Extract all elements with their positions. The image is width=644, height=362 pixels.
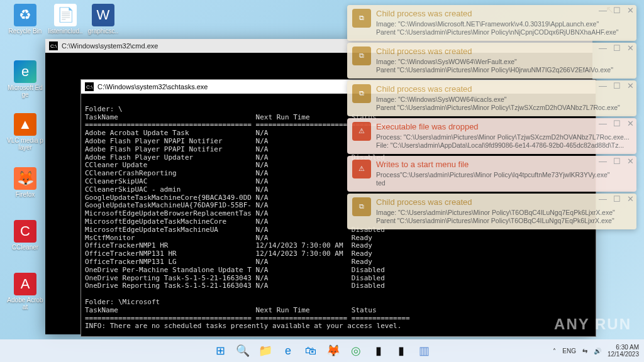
minimize-icon[interactable]: — (599, 119, 607, 129)
toast-window-controls[interactable]: —☐✕ (599, 81, 634, 91)
icon-label: listeninclud.. (48, 28, 82, 35)
recycle-bin-icon: ♻ (14, 4, 36, 26)
toast-text: Child process was created Image: "C:\Win… (376, 84, 631, 112)
file-graphicsc-icon: W (92, 4, 114, 26)
toast-text: Child process was created Image: "C:\Win… (376, 9, 631, 37)
toast-title: Child process was created (376, 84, 631, 94)
taskbar-chrome[interactable]: ◎ (347, 341, 365, 360)
toast-window-controls[interactable]: —☐✕ (599, 6, 634, 16)
cmd-title: C:\Windows\system32\cmd.exe (62, 42, 158, 50)
maximize-icon[interactable]: ☐ (613, 194, 621, 204)
terminal-icon: C:\ (85, 82, 94, 91)
acrobat-shortcut-icon: A (14, 273, 36, 295)
close-icon[interactable]: ✕ (627, 43, 634, 53)
tray-chevron-icon[interactable]: ˄ (553, 348, 556, 354)
firefox-shortcut[interactable]: 🦊 Firefox (6, 167, 44, 198)
taskbar-firefox[interactable]: 🦊 (324, 341, 343, 360)
toast-text: Writes to a start menu file Process"C:\U… (376, 160, 631, 188)
acrobat-shortcut[interactable]: A Adobe Acrobat (6, 273, 44, 310)
toast-4[interactable]: —☐✕ ⚠ Writes to a start menu file Proces… (347, 156, 636, 192)
icon-label: VLC media player (6, 137, 44, 151)
taskbar-store[interactable]: 🛍 (301, 341, 320, 360)
icon-label: Recycle Bin (9, 28, 42, 35)
toast-title: Child process was created (376, 197, 631, 207)
minimize-icon[interactable]: — (599, 6, 607, 16)
icon-label: Microsoft Edge (6, 84, 44, 98)
icon-label: Adobe Acrobat (6, 297, 44, 310)
close-icon[interactable]: ✕ (627, 81, 634, 91)
watermark-text: ANY RUN (554, 315, 631, 333)
close-icon[interactable]: ✕ (627, 156, 634, 167)
minimize-icon[interactable]: — (599, 81, 607, 91)
vlc-shortcut[interactable]: ▲ VLC media player (6, 113, 44, 151)
toast-type-icon: ⧉ (352, 9, 371, 28)
taskbar-cmd[interactable]: ▮ (369, 341, 388, 360)
minimize-icon[interactable]: — (599, 43, 607, 53)
system-tray[interactable]: ˄ ENG ⇆ 🔊 6:30 AM 12/14/2023 (553, 344, 639, 358)
toast-text: Child process was created Image: "C:\Win… (376, 47, 631, 75)
tray-volume-icon[interactable]: 🔊 (594, 348, 601, 354)
toast-line2: Parent "C:\Users\admin\Pictures\Minor Po… (376, 66, 631, 74)
recycle-bin[interactable]: ♻ Recycle Bin (6, 4, 44, 35)
minimize-icon[interactable]: — (599, 194, 607, 204)
taskbar-file-explorer[interactable]: 📁 (256, 341, 275, 360)
tray-clock[interactable]: 6:30 AM 12/14/2023 (608, 344, 639, 358)
firefox-shortcut-icon: 🦊 (14, 167, 36, 190)
toast-text: Executable file was dropped Process: "C:… (376, 122, 631, 150)
maximize-icon[interactable]: ☐ (613, 156, 621, 167)
maximize-icon[interactable]: ☐ (613, 6, 621, 16)
toast-line1: Image: "C:\Windows\Microsoft.NET\Framewo… (376, 20, 631, 28)
maximize-icon[interactable]: ☐ (613, 81, 621, 91)
toast-line1: Process"C:\Users\admin\Pictures\Minor Po… (376, 171, 631, 179)
edge-shortcut[interactable]: e Microsoft Edge (6, 60, 44, 98)
taskbar-search[interactable]: 🔍 (233, 341, 252, 360)
toast-line1: Image: "C:\Windows\SysWOW64\WerFault.exe… (376, 58, 631, 66)
taskbar-start[interactable]: ⊞ (211, 341, 230, 360)
toast-line2: Parent "C:\Users\admin\Pictures\Minor Po… (376, 217, 631, 225)
toast-line1: Image: "C:\Windows\SysWOW64\icacls.exe" (376, 96, 631, 104)
toast-5[interactable]: —☐✕ ⧉ Child process was created Image: "… (347, 194, 636, 229)
toast-0[interactable]: —☐✕ ⧉ Child process was created Image: "… (347, 5, 636, 41)
toast-type-icon: ⧉ (352, 47, 371, 65)
toast-type-icon: ⧉ (352, 84, 371, 103)
taskbar-procmon[interactable]: ▥ (414, 341, 433, 360)
ccleaner-shortcut-icon: C (14, 220, 36, 243)
tray-wifi-icon[interactable]: ⇆ (582, 348, 587, 354)
schtasks-title: C:\Windows\system32\schtasks.exe (97, 83, 208, 90)
tray-lang[interactable]: ENG (562, 348, 576, 354)
toast-line2: File: "C:\Users\admin\AppData\Local\9fd9… (376, 141, 631, 150)
maximize-icon[interactable]: ☐ (613, 119, 621, 129)
icon-label: CCleaner (12, 244, 38, 251)
toast-1[interactable]: —☐✕ ⧉ Child process was created Image: "… (347, 43, 636, 79)
close-icon[interactable]: ✕ (627, 6, 634, 16)
maximize-icon[interactable]: ☐ (613, 43, 621, 53)
toast-window-controls[interactable]: —☐✕ (599, 156, 634, 167)
taskbar-center: ⊞🔍📁e🛍🦊◎▮▮▥ (211, 341, 433, 360)
toast-title: Executable file was dropped (376, 122, 631, 132)
taskbar[interactable]: ⊞🔍📁e🛍🦊◎▮▮▥ ˄ ENG ⇆ 🔊 6:30 AM 12/14/2023 (0, 339, 644, 362)
tray-date: 12/14/2023 (608, 351, 639, 358)
taskbar-edge[interactable]: e (279, 341, 297, 360)
toast-text: Child process was created Image: "C:\Use… (376, 197, 631, 226)
file-listeninclud[interactable]: 📄 listeninclud.. (47, 4, 84, 35)
file-graphicsc[interactable]: W graphicsc.. (84, 4, 122, 35)
edge-shortcut-icon: e (14, 60, 36, 83)
close-icon[interactable]: ✕ (627, 194, 634, 204)
toast-type-icon: ⚠ (352, 160, 371, 178)
cmd-icon: C:\ (49, 41, 58, 50)
toast-line2: ted (376, 179, 631, 187)
file-listeninclud-icon: 📄 (54, 4, 77, 26)
toast-type-icon: ⧉ (352, 197, 371, 216)
minimize-icon[interactable]: — (599, 156, 607, 167)
toast-line2: Parent "C:\Users\admin\Pictures\Minor Po… (376, 28, 631, 36)
watermark: ANY RUN (554, 315, 631, 333)
icon-label: graphicsc.. (88, 28, 118, 35)
toast-window-controls[interactable]: —☐✕ (599, 119, 634, 129)
toast-2[interactable]: —☐✕ ⧉ Child process was created Image: "… (347, 80, 636, 116)
toast-3[interactable]: —☐✕ ⚠ Executable file was dropped Proces… (347, 118, 636, 154)
taskbar-schtasks[interactable]: ▮ (392, 341, 411, 360)
toast-window-controls[interactable]: —☐✕ (599, 43, 634, 53)
ccleaner-shortcut[interactable]: C CCleaner (6, 220, 44, 251)
close-icon[interactable]: ✕ (627, 119, 634, 129)
toast-window-controls[interactable]: —☐✕ (599, 194, 634, 204)
